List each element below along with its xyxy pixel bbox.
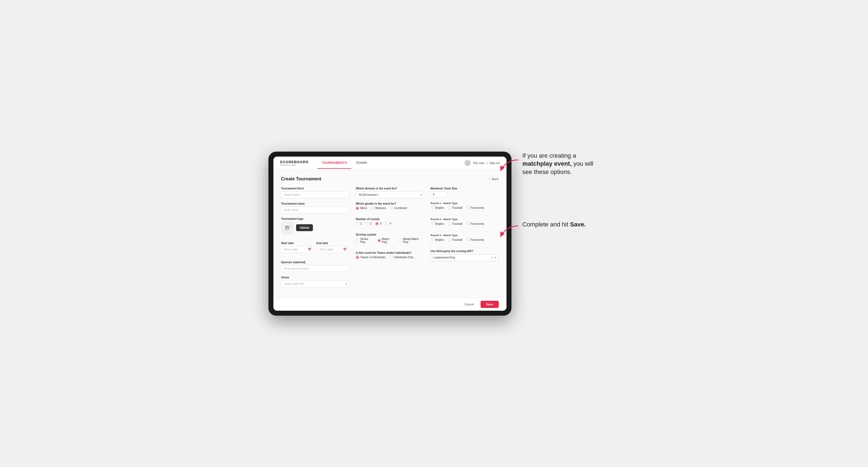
round3-singles-radio[interactable] xyxy=(431,238,434,242)
divider1 xyxy=(431,215,499,215)
round-1[interactable]: 1 xyxy=(356,222,362,225)
tournament-host-input[interactable] xyxy=(281,191,349,198)
scoring-radio-group: Stroke Play Match Play Medal Match Play xyxy=(356,238,424,244)
division-label: Which division is the event for? xyxy=(356,187,424,190)
round3-match-type: Round 3 - Match Type Singles Fourball xyxy=(431,234,499,242)
cancel-button[interactable]: Cancel xyxy=(461,301,478,308)
gender-mens[interactable]: Mens xyxy=(356,207,367,210)
gender-radio-group: Mens Womens Combined xyxy=(356,207,424,210)
round-1-radio[interactable] xyxy=(356,222,359,225)
scoring-stroke-radio[interactable] xyxy=(356,239,359,242)
rounds-group: Number of rounds 1 2 xyxy=(356,218,424,229)
api-tag-text: Leaderboard King xyxy=(433,256,490,259)
save-button[interactable]: Save xyxy=(480,301,499,308)
round1-fourball-radio[interactable] xyxy=(448,206,451,210)
image-icon xyxy=(284,225,290,230)
round-1-label: 1 xyxy=(360,222,362,225)
round2-foursomes-radio[interactable] xyxy=(466,222,469,226)
api-close-icon[interactable]: × xyxy=(491,256,493,259)
venue-group: Venue xyxy=(281,276,349,287)
round2-foursomes[interactable]: Foursomes xyxy=(466,222,485,226)
round1-match-type: Round 1 - Match Type Singles Fourball xyxy=(431,201,499,210)
scoring-medal-radio[interactable] xyxy=(399,239,402,242)
tab-tournaments[interactable]: TOURNAMENTS xyxy=(317,157,351,169)
right-column: Maximum Team Size Round 1 - Match Type S… xyxy=(431,187,499,291)
divider2 xyxy=(431,231,499,231)
round3-singles[interactable]: Singles xyxy=(431,238,444,242)
tournament-logo-group: Tournament logo Upload xyxy=(281,217,349,238)
round2-singles-radio[interactable] xyxy=(431,222,434,226)
sponsor-input[interactable] xyxy=(281,265,349,272)
gender-combined[interactable]: Combined xyxy=(390,207,407,210)
scoring-match[interactable]: Match Play xyxy=(377,238,395,244)
page-title: Create Tournament xyxy=(281,177,321,181)
scoring-medal[interactable]: Medal Match Play xyxy=(399,238,424,244)
round3-foursomes[interactable]: Foursomes xyxy=(466,238,485,242)
gender-combined-label: Combined xyxy=(394,207,407,210)
round2-options: Singles Fourball Foursomes xyxy=(431,222,499,226)
individuals-radio[interactable] xyxy=(390,256,393,259)
gender-womens[interactable]: Womens xyxy=(371,207,386,210)
round1-foursomes-radio[interactable] xyxy=(466,206,469,210)
gender-womens-radio[interactable] xyxy=(371,207,374,210)
brand-powered-text: Powered by clippit xyxy=(280,164,309,166)
round2-fourball-label: Fourball xyxy=(453,222,462,225)
round1-singles-radio[interactable] xyxy=(431,206,434,210)
arrow-1-icon xyxy=(498,157,520,174)
max-team-size-group: Maximum Team Size xyxy=(431,187,499,198)
round3-fourball-radio[interactable] xyxy=(448,238,451,242)
venue-input[interactable] xyxy=(281,280,349,287)
user-name: Test User xyxy=(473,161,485,165)
individuals-option[interactable]: Individuals Only xyxy=(390,256,413,259)
tournament-name-group: Tournament name xyxy=(281,202,349,214)
round-2-radio[interactable] xyxy=(366,222,369,225)
tab-teams[interactable]: TEAMS xyxy=(351,157,371,169)
round3-foursomes-radio[interactable] xyxy=(466,238,469,242)
round-2[interactable]: 2 xyxy=(366,222,372,225)
round2-fourball-radio[interactable] xyxy=(448,222,451,226)
gender-womens-label: Womens xyxy=(375,207,386,210)
max-team-size-label: Maximum Team Size xyxy=(431,187,499,190)
gender-combined-radio[interactable] xyxy=(390,207,393,210)
sponsor-group: Sponsor (optional) xyxy=(281,261,349,272)
round2-fourball[interactable]: Fourball xyxy=(448,222,462,226)
round-3-radio[interactable] xyxy=(375,222,379,225)
round-4[interactable]: 4 xyxy=(385,222,391,225)
rounds-radio-group: 1 2 3 xyxy=(356,222,424,225)
brand-scoreboard-text: SCOREBOARD xyxy=(280,160,309,164)
scoring-stroke[interactable]: Stroke Play xyxy=(356,238,373,244)
teams-option[interactable]: Teams (+Individuals) xyxy=(356,256,385,259)
form-container: Create Tournament ← Back Tournament Host xyxy=(273,170,506,298)
round1-foursomes[interactable]: Foursomes xyxy=(466,206,485,210)
venue-select-wrapper xyxy=(281,280,349,287)
round1-singles[interactable]: Singles xyxy=(431,206,444,210)
round1-fourball[interactable]: Fourball xyxy=(448,206,462,210)
division-select[interactable]: NCAA Division I xyxy=(356,191,424,198)
start-date-wrapper: 📅 xyxy=(281,246,314,253)
tournament-name-label: Tournament name xyxy=(281,202,349,205)
round1-options: Singles Fourball Foursomes xyxy=(431,206,499,210)
arrow-2-icon xyxy=(498,223,520,240)
scoring-group: Scoring system Stroke Play Match Play xyxy=(356,233,424,247)
logo-upload-area: Upload xyxy=(281,222,349,234)
gender-mens-label: Mens xyxy=(360,207,367,210)
round3-fourball-label: Fourball xyxy=(453,238,462,241)
round-4-radio[interactable] xyxy=(385,222,389,225)
tournament-logo-label: Tournament logo xyxy=(281,217,349,220)
api-label: Use third-party live scoring API? xyxy=(431,250,499,253)
end-date-group: End date 📅 xyxy=(316,242,349,253)
round2-singles[interactable]: Singles xyxy=(431,222,444,226)
date-group: Start date 📅 End date xyxy=(281,242,349,257)
back-link[interactable]: ← Back xyxy=(488,177,499,181)
round3-fourball[interactable]: Fourball xyxy=(448,238,462,242)
scoring-match-radio[interactable] xyxy=(377,239,381,242)
upload-button[interactable]: Upload xyxy=(296,224,313,231)
tournament-name-input[interactable] xyxy=(281,207,349,214)
gender-mens-radio[interactable] xyxy=(356,207,359,210)
round-3-label: 3 xyxy=(380,222,381,225)
max-team-size-input[interactable] xyxy=(431,191,447,198)
round-3[interactable]: 3 xyxy=(375,222,381,225)
rounds-label: Number of rounds xyxy=(356,218,424,221)
round1-match-label: Round 1 - Match Type xyxy=(431,201,499,205)
teams-radio[interactable] xyxy=(356,256,359,259)
